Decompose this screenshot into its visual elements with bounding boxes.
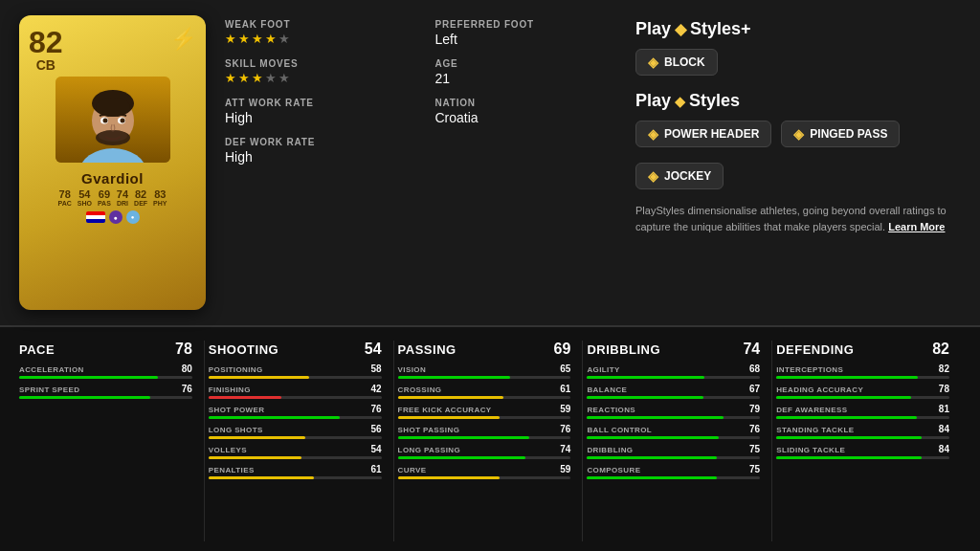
stat-bar-fill <box>587 396 702 399</box>
player-photo <box>56 77 170 163</box>
power-header-icon: ◈ <box>648 126 658 142</box>
star-2: ★ <box>238 32 250 46</box>
stat-name: STANDING TACKLE <box>776 426 854 434</box>
stat-row: HEADING ACCURACY78 <box>776 384 949 399</box>
stat-row: BALANCE67 <box>587 384 760 399</box>
nation-block: NATION Croatia <box>435 98 617 125</box>
stat-name: SLIDING TACKLE <box>776 446 845 454</box>
stat-row-header: CROSSING61 <box>398 384 571 394</box>
stat-bar-fill <box>209 416 340 419</box>
stat-value: 76 <box>182 384 192 394</box>
player-info: WEAK FOOT ★ ★ ★ ★ ★ PREFERRED FOOT Left … <box>225 15 616 310</box>
preferred-foot-block: PREFERRED FOOT Left <box>435 19 617 47</box>
stat-bar-background <box>587 456 760 459</box>
stat-row-header: PENALTIES61 <box>209 464 382 474</box>
card-stat-def: 82 DEF <box>134 188 147 207</box>
stat-bar-fill <box>398 436 529 439</box>
stat-bar-background <box>587 376 760 379</box>
pinged-pass-badge: ◈ PINGED PASS <box>781 121 900 147</box>
stat-value: 84 <box>939 424 949 434</box>
cat-name-passing: PASSING <box>398 342 457 357</box>
stat-category-pace: PACE78ACCELERATION80SPRINT SPEED76 <box>19 341 205 541</box>
top-section: 82 CB ⚡ <box>0 0 980 325</box>
stat-row-header: POSITIONING58 <box>209 364 382 374</box>
stat-bar-fill <box>776 456 922 459</box>
cat-header-dribbling: DRIBBLING74 <box>587 341 760 358</box>
stat-name: BALANCE <box>587 386 627 394</box>
stat-row-header: AGILITY68 <box>587 364 760 374</box>
stat-value: 61 <box>560 384 570 394</box>
stat-row-header: LONG PASSING74 <box>398 444 571 454</box>
stat-bar-fill <box>398 376 511 379</box>
playstyles-plus-title: Play ◆ Styles+ <box>635 19 961 39</box>
stat-bar-background <box>209 456 382 459</box>
stat-row-header: SLIDING TACKLE84 <box>776 444 949 454</box>
skill-moves-stars: ★ ★ ★ ★ ★ <box>225 71 407 85</box>
stat-bar-background <box>398 416 571 419</box>
playstyles-title: Play ◆ Styles <box>635 91 961 111</box>
power-header-badge: ◈ POWER HEADER <box>635 121 771 147</box>
def-work-rate-label: DEF WORK RATE <box>225 137 407 147</box>
stat-row: VOLLEYS54 <box>209 444 382 459</box>
stat-row: POSITIONING58 <box>209 364 382 379</box>
stat-row: SHOT PASSING76 <box>398 424 571 439</box>
svg-point-9 <box>102 119 107 123</box>
age-value: 21 <box>435 71 617 86</box>
block-label: BLOCK <box>664 55 705 69</box>
stat-row: LONG SHOTS56 <box>209 424 382 439</box>
stat-row-header: DRIBBLING75 <box>587 444 760 454</box>
cat-value-shooting: 54 <box>365 341 382 358</box>
stat-bar-background <box>398 376 571 379</box>
stat-row: CROSSING61 <box>398 384 571 399</box>
skill-moves-label: SKILL MOVES <box>225 58 407 69</box>
stat-row: COMPOSURE75 <box>587 464 760 479</box>
cat-header-defending: DEFENDING82 <box>776 341 949 358</box>
card-stats-row: 78 PAC 54 SHO 69 PAS 74 DRI 82 DEF <box>58 188 167 207</box>
stat-row: AGILITY68 <box>587 364 760 379</box>
stat-bar-background <box>398 476 571 479</box>
stat-value: 75 <box>749 464 760 474</box>
stat-bar-background <box>398 396 571 399</box>
att-work-rate-block: ATT WORK RATE High <box>225 98 407 125</box>
stat-row-header: LONG SHOTS56 <box>209 424 382 434</box>
stat-value: 84 <box>939 444 949 454</box>
stat-name: CURVE <box>398 466 427 474</box>
stat-bar-fill <box>398 396 503 399</box>
stat-bar-background <box>209 416 382 419</box>
stat-row-header: FINISHING42 <box>209 384 382 394</box>
learn-more-link[interactable]: Learn More <box>888 221 945 232</box>
stat-value: 82 <box>939 364 949 374</box>
card-name: Gvardiol <box>81 170 144 187</box>
cat-value-pace: 78 <box>175 341 192 358</box>
skill-moves-block: SKILL MOVES ★ ★ ★ ★ ★ <box>225 58 407 86</box>
stat-name: FINISHING <box>209 386 251 394</box>
stat-bar-fill <box>209 396 281 399</box>
stat-bar-fill <box>398 476 501 479</box>
stat-name: SHOT PASSING <box>398 426 460 434</box>
stat-row: SHOT POWER76 <box>209 404 382 419</box>
stat-name: LONG SHOTS <box>209 426 263 434</box>
playstyles-badges-row2: ◈ JOCKEY <box>635 163 961 189</box>
stat-row: DEF AWARENESS81 <box>776 404 949 419</box>
stat-bar-fill <box>587 476 717 479</box>
age-label: AGE <box>435 58 617 69</box>
cat-header-pace: PACE78 <box>19 341 192 358</box>
main-container: 82 CB ⚡ <box>0 0 980 551</box>
sm-star-1: ★ <box>225 71 236 85</box>
stat-bar-fill <box>776 436 922 439</box>
stat-row-header: DEF AWARENESS81 <box>776 404 949 414</box>
star-4: ★ <box>265 32 277 46</box>
stat-row-header: HEADING ACCURACY78 <box>776 384 949 394</box>
stat-row-header: FREE KICK ACCURACY59 <box>398 404 571 414</box>
block-diamond-icon: ◈ <box>648 55 658 70</box>
stat-bar-background <box>209 476 382 479</box>
stat-bar-background <box>398 456 571 459</box>
stat-bar-background <box>776 436 949 439</box>
stat-bar-fill <box>209 456 302 459</box>
stat-bar-background <box>19 396 192 399</box>
att-work-rate-label: ATT WORK RATE <box>225 98 407 108</box>
stat-bar-fill <box>398 456 526 459</box>
star-5: ★ <box>278 32 290 46</box>
stat-name: BALL CONTROL <box>587 426 652 434</box>
stat-name: AGILITY <box>587 365 619 374</box>
